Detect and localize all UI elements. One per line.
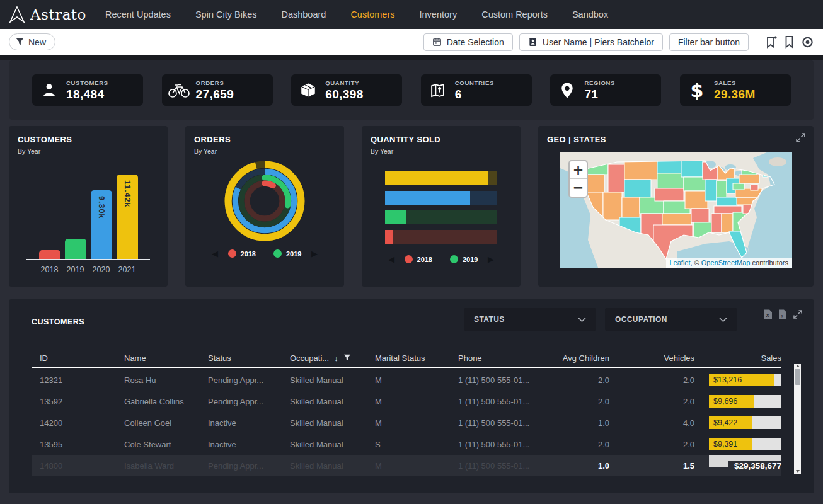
col-header-status[interactable]: Status [208,353,290,363]
col-header-avg-children[interactable]: Avg Children [529,353,609,363]
col-header-id[interactable]: ID [32,353,124,363]
legend-prev-icon[interactable]: ◀ [212,249,218,258]
quantity-sold-chart-panel: QUANTITY SOLD By Year ◀ 2018 2019 ▶ [362,126,521,287]
osm-link[interactable]: OpenStreetMap [701,259,751,266]
date-selection-button[interactable]: Date Selection [423,33,513,51]
orders-donut-chart[interactable] [194,160,335,242]
zoom-out-button[interactable]: − [570,179,587,197]
svg-text:,: , [781,311,783,318]
scroll-down-icon[interactable] [796,470,800,472]
logo-text: Astrato [30,6,86,23]
legend-next-icon[interactable]: ▶ [488,255,494,263]
kpi-orders: ORDERS 27,659 [162,74,273,106]
bookmark-add-icon[interactable] [766,35,778,49]
bookmark-icon[interactable] [784,35,795,49]
table-row[interactable]: 12321 Rosa Hu Pending Appr... Skilled Ma… [32,369,781,391]
sales-bar-cell: $9,391 [694,438,781,450]
chart-subtitle: By Year [371,147,512,155]
new-filter-button[interactable]: New [9,33,55,50]
legend-next-icon[interactable]: ▶ [311,249,318,258]
header-shadow-strip [0,55,823,60]
kpi-value: 29.36M [714,88,756,101]
bicycle-icon [162,82,196,98]
nav-item-sandbox[interactable]: Sandbox [572,9,608,20]
geo-states-panel: GEO | STATES + − [538,126,814,287]
col-header-vehicles[interactable]: Vehicles [609,353,694,363]
user-badge-icon [528,37,538,47]
dollar-icon: $ [680,79,714,101]
astrato-logo[interactable]: Astrato [9,6,86,23]
nav-item-custom-reports[interactable]: Custom Reports [481,9,548,20]
legend-item-2019[interactable]: 2019 [450,255,478,263]
hbar-2020[interactable] [385,191,497,205]
green-dot-icon [273,249,282,258]
table-scrollbar[interactable] [794,364,801,474]
nav-item-recent-updates[interactable]: Recent Updates [105,9,171,20]
hbar-2018[interactable] [385,230,497,244]
table-row[interactable]: 14200 Colleen Goel Inactive Skilled Manu… [32,412,781,433]
pin-icon [550,82,584,99]
customers-bar-chart[interactable]: 9.30k 11.42k [26,166,150,260]
bar-2019[interactable] [65,239,86,259]
legend-item-2018[interactable]: 2018 [405,255,432,263]
table-header-row: ID Name Status Occupati... ↓ Marital Sta… [32,348,781,367]
top-nav: Astrato Recent Updates Spin City Bikes D… [0,0,823,29]
leaflet-link[interactable]: Leaflet [670,259,691,266]
bar-2021[interactable]: 11.42k [117,175,138,259]
quantity-bar-chart[interactable] [385,171,497,244]
col-header-phone[interactable]: Phone [458,353,529,363]
nav-item-customers[interactable]: Customers [350,9,394,20]
astrato-logo-icon [9,6,25,23]
sort-desc-icon[interactable]: ↓ [334,353,338,363]
legend-prev-icon[interactable]: ◀ [388,255,394,263]
scrollbar-thumb[interactable] [795,369,800,385]
nav-item-inventory[interactable]: Inventory [420,9,458,20]
header-divider [32,367,781,368]
sales-bar-cell: $9,696 [694,395,781,408]
totals-sales: $29,358,677 [694,461,781,471]
quantity-legend: ◀ 2018 2019 ▶ [371,255,512,263]
expand-icon[interactable] [795,132,806,143]
kpi-value: 60,398 [325,88,364,101]
export-csv-icon[interactable]: , [778,309,787,319]
kpi-label: SALES [714,79,756,86]
hbar-2019[interactable] [385,210,497,224]
legend-item-2019[interactable]: 2019 [273,249,301,258]
user-name-button[interactable]: User Name | Piers Batchelor [519,33,663,51]
col-header-name[interactable]: Name [124,353,208,363]
expand-icon[interactable] [793,309,803,319]
table-totals-row: 14800 Isabella Ward Pending Appr... Skil… [32,455,781,476]
sales-bar-cell: $13,216 [694,374,781,386]
nav-item-spin-city-bikes[interactable]: Spin City Bikes [195,9,257,20]
chart-title: CUSTOMERS [18,135,159,144]
bar-2018[interactable] [39,250,60,259]
table-row[interactable]: 13595 Cole Stewart Inactive Skilled Manu… [32,433,781,455]
status-filter-dropdown[interactable]: STATUS [464,308,596,331]
map-attribution: Leaflet, © OpenStreetMap contributors [666,258,793,268]
totals-avg-children: 1.0 [529,461,609,471]
col-header-sales[interactable]: Sales [694,353,781,363]
us-states-map[interactable]: + − [560,152,792,268]
map-panel-title: GEO | STATES [547,135,805,144]
col-header-marital[interactable]: Marital Status [375,353,458,363]
table-row[interactable]: 13592 Gabriella Collins Pending Appr... … [32,391,781,412]
filter-toolbar: New Date Selection User Name | Piers Bat… [0,29,823,55]
filter-bar-button[interactable]: Filter bar button [669,33,749,51]
legend-item-2018[interactable]: 2018 [228,249,256,258]
occupation-filter-dropdown[interactable]: OCCUPATION [605,308,737,331]
kpi-customers: CUSTOMERS 18,484 [32,74,143,106]
map-graphic [560,152,792,268]
col-header-occupation[interactable]: Occupati... ↓ [290,353,375,363]
eye-icon[interactable] [801,37,814,48]
zoom-in-button[interactable]: + [570,161,587,179]
hbar-2021[interactable] [385,171,497,185]
customers-chart-panel: CUSTOMERS By Year 9.30k 11.42k 2018 2019… [9,126,168,287]
kpi-quantity: QUANTITY 60,398 [291,74,402,106]
bar-2020[interactable]: 9.30k [91,190,112,259]
scroll-up-icon[interactable] [796,365,800,367]
map-icon [421,83,455,98]
export-excel-icon[interactable]: X [764,309,773,319]
nav-item-dashboard[interactable]: Dashboard [281,9,326,20]
chevron-down-icon [719,317,727,323]
column-filter-icon[interactable] [343,354,351,362]
